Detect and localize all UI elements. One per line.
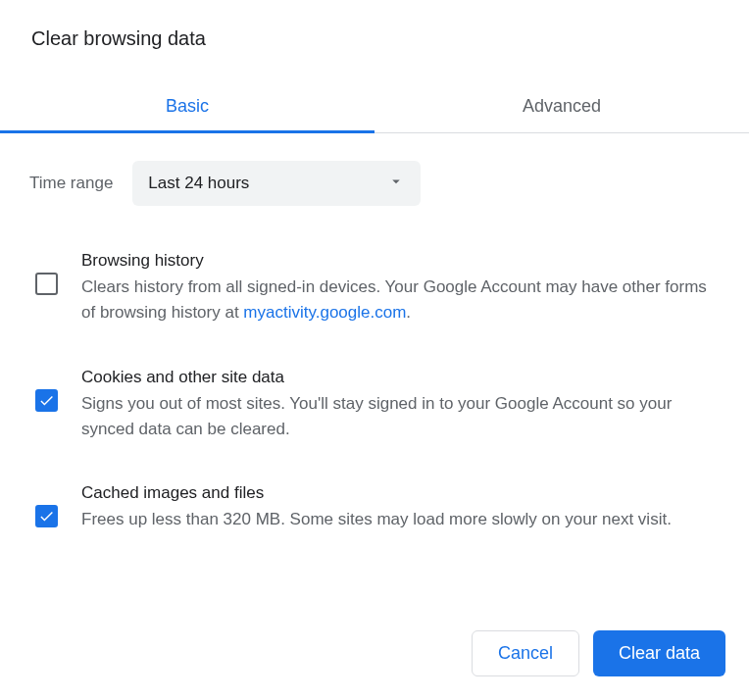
time-range-label: Time range — [29, 174, 113, 193]
tab-advanced[interactable]: Advanced — [374, 78, 749, 132]
option-title: Cookies and other site data — [81, 368, 720, 387]
option-text: Cookies and other site data Signs you ou… — [81, 368, 720, 443]
option-cached: Cached images and files Frees up less th… — [29, 483, 720, 532]
checkmark-icon — [38, 508, 55, 525]
checkbox-browsing-history[interactable] — [35, 273, 58, 295]
clear-data-button[interactable]: Clear data — [593, 630, 725, 676]
option-text: Browsing history Clears history from all… — [81, 251, 720, 326]
option-desc-post: . — [406, 303, 411, 322]
cancel-button[interactable]: Cancel — [472, 630, 579, 676]
dropdown-icon — [387, 173, 405, 194]
checkbox-cached[interactable] — [35, 505, 58, 527]
option-title: Cached images and files — [81, 483, 720, 503]
time-range-row: Time range Last 24 hours — [29, 161, 720, 206]
time-range-select[interactable]: Last 24 hours — [132, 161, 421, 206]
checkmark-icon — [38, 392, 55, 409]
option-cookies: Cookies and other site data Signs you ou… — [29, 368, 720, 443]
dialog-footer: Cancel Clear data — [0, 630, 749, 700]
myactivity-link[interactable]: myactivity.google.com — [243, 303, 406, 322]
option-title: Browsing history — [81, 251, 720, 271]
checkbox-cookies[interactable] — [35, 389, 58, 412]
clear-browsing-data-dialog: Clear browsing data Basic Advanced Time … — [0, 0, 749, 700]
option-browsing-history: Browsing history Clears history from all… — [29, 251, 720, 326]
option-desc: Clears history from all signed-in device… — [81, 275, 720, 326]
tabs: Basic Advanced — [0, 78, 749, 133]
option-text: Cached images and files Frees up less th… — [81, 483, 720, 532]
tab-basic[interactable]: Basic — [0, 78, 374, 132]
option-desc: Frees up less than 320 MB. Some sites ma… — [81, 507, 720, 532]
option-desc: Signs you out of most sites. You'll stay… — [81, 391, 720, 443]
dialog-title: Clear browsing data — [0, 0, 749, 78]
dialog-content: Time range Last 24 hours Browsing histor… — [0, 133, 749, 630]
time-range-value: Last 24 hours — [148, 174, 249, 193]
